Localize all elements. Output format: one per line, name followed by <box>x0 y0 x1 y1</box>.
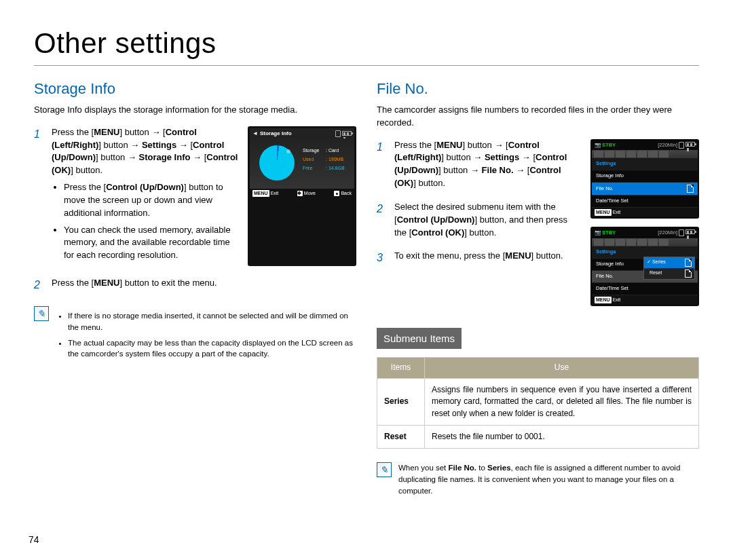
file-icon <box>687 185 694 193</box>
step-number-2: 2 <box>34 277 43 293</box>
submenu-items-heading: Submenu Items <box>377 328 462 350</box>
sd-card-icon <box>679 142 684 149</box>
r-step-1-text: Press the [MENU] button → [Control (Left… <box>394 139 581 190</box>
camera-icon: 📷 <box>595 229 601 236</box>
menu-item-file-no: File No. <box>592 183 698 195</box>
fileno-submenu-popup: ✓ Series Reset <box>643 257 695 280</box>
menu-item-storage-info: Storage Info <box>592 170 698 183</box>
r-step-2-num: 2 <box>377 201 386 240</box>
left-column: Storage Info Storage Info displays the s… <box>34 78 356 496</box>
right-column: File No. The camcorder assigns file numb… <box>377 78 699 496</box>
storage-info-screenshot: ◄ Storage Info Storage: Card Used: 190MB… <box>248 126 356 266</box>
step1-bullet-2: You can check the used memory, available… <box>64 224 240 263</box>
note-icon: ✎ <box>34 306 49 321</box>
file-no-intro: The camcorder assigns file numbers to re… <box>377 104 699 130</box>
note-icon: ✎ <box>377 462 392 477</box>
storage-info-heading: Storage Info <box>34 78 356 100</box>
file-no-screenshots: 📷 STBY [220Min] Settings Storage Info Fi… <box>590 139 699 314</box>
fileno-note: ✎ When you set File No. to Series, each … <box>377 462 699 496</box>
submenu-items-table: Items Use Series Assigns file numbers in… <box>377 357 699 449</box>
r-step-3-num: 3 <box>377 250 386 265</box>
page-title: Other settings <box>34 27 699 66</box>
tab-row-icons <box>592 150 698 158</box>
file-icon <box>685 269 692 278</box>
pie-chart-icon <box>259 145 295 181</box>
step1-bullet-1: Press the [Control (Up/Down)] button to … <box>64 181 240 220</box>
battery-icon <box>685 229 695 234</box>
back-dot-icon <box>334 191 339 196</box>
table-header-items: Items <box>377 358 425 378</box>
table-header-use: Use <box>425 358 699 378</box>
storage-info-intro: Storage Info displays the storage inform… <box>34 104 356 117</box>
fileno-menu-panel-1: 📷 STBY [220Min] Settings Storage Info Fi… <box>590 139 699 219</box>
step-2-text: Press the [MENU] button to exit the menu… <box>52 277 356 293</box>
tab-row-icons <box>592 238 698 246</box>
r-step-2-text: Select the desired submenu item with the… <box>394 201 581 240</box>
file-no-heading: File No. <box>377 78 699 100</box>
battery-icon <box>342 131 352 136</box>
menu-settings-header: Settings <box>592 158 698 170</box>
page-number: 74 <box>29 534 39 545</box>
fileno-menu-panel-2: 📷 STBY [220Min] Settings Storage Info Fi… <box>590 227 699 306</box>
move-icon: ✥ <box>297 191 303 196</box>
note-bullet-2: The actual capacity may be less than the… <box>68 337 356 360</box>
r-step-1-num: 1 <box>377 139 386 190</box>
file-icon <box>685 259 692 267</box>
camera-icon: 📷 <box>595 142 601 148</box>
sd-card-icon <box>335 130 341 137</box>
r-step-3-text: To exit the menu, press the [MENU] butto… <box>394 250 581 265</box>
menu-item-date-time: Date/Time Set <box>592 283 698 295</box>
sd-card-icon <box>679 229 684 236</box>
storage-values: Storage: Card Used: 190MB Free: 14.6GB <box>303 147 345 172</box>
table-row: Series Assigns file numbers in sequence … <box>377 378 699 425</box>
table-row: Reset Resets the file number to 0001. <box>377 426 699 449</box>
submenu-series: ✓ Series <box>644 257 694 268</box>
step-1-text: Press the [MENU] button → [Control (Left… <box>52 126 240 266</box>
submenu-reset: Reset <box>644 268 694 279</box>
note-text: When you set File No. to Series, each fi… <box>398 462 699 496</box>
storage-note: ✎ If there is no storage media inserted,… <box>34 306 356 364</box>
battery-icon <box>685 142 695 147</box>
back-arrow-icon: ◄ <box>252 130 258 138</box>
note-bullet-1: If there is no storage media inserted, i… <box>68 310 356 333</box>
step-number-1: 1 <box>34 126 43 266</box>
panel-title: Storage Info <box>260 130 292 138</box>
menu-item-date-time: Date/Time Set <box>592 195 698 208</box>
menu-chip-icon: MENU <box>252 190 269 197</box>
